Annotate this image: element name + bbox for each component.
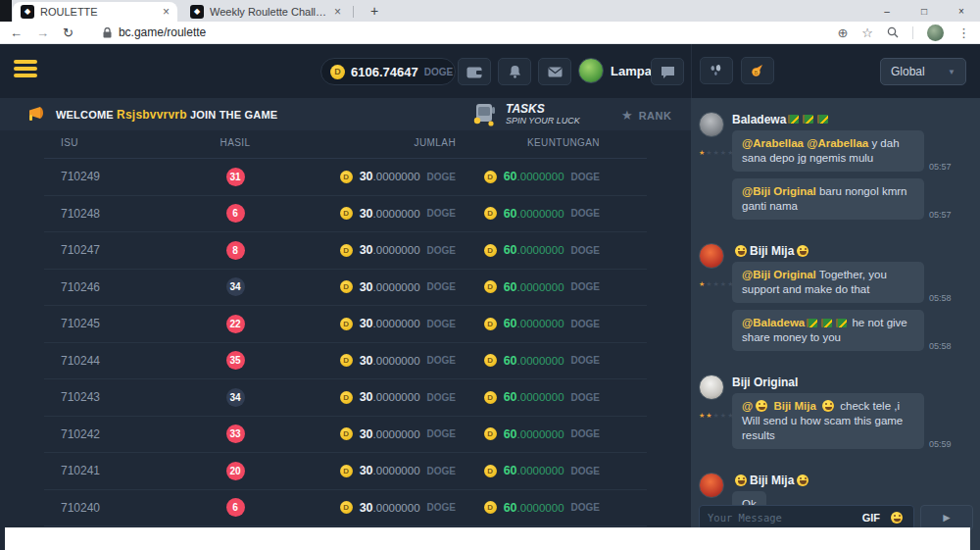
doge-coin-icon: D: [484, 318, 497, 330]
table-row[interactable]: 71024634D30.0000000DOGED60.0000000DOGE: [44, 270, 647, 307]
currency-label: DOGE: [427, 466, 456, 476]
chat-message-group: ★★★★★Biji Original@ Biji Mija check tele…: [699, 375, 974, 456]
tab-close-icon[interactable]: ×: [334, 5, 341, 19]
chat-user-avatar[interactable]: [699, 112, 724, 137]
chat-user-avatar[interactable]: [699, 243, 724, 269]
chat-message-row: @Biji Original Together, you support and…: [732, 262, 974, 303]
bet-issue-id: 710243: [44, 390, 191, 404]
tab-weekly-challenge[interactable]: ◆ Weekly Roulette Challenge - Win ×: [182, 2, 349, 22]
chat-username[interactable]: Biji Mija: [732, 243, 974, 258]
result-cell: 22: [191, 315, 279, 333]
hamburger-menu-icon[interactable]: [14, 60, 37, 80]
wallet-button[interactable]: [458, 58, 491, 85]
chat-user-avatar[interactable]: [699, 473, 724, 498]
chevron-down-icon: ▼: [948, 68, 956, 76]
table-row[interactable]: 71024334D30.0000000DOGED60.0000000DOGE: [44, 379, 647, 417]
table-row[interactable]: 71024931D30.0000000DOGED60.0000000DOGE: [44, 159, 647, 196]
minimize-button[interactable]: –: [868, 0, 906, 22]
bet-profit-decimals: .0000000: [517, 208, 564, 220]
currency-label: DOGE: [571, 428, 600, 439]
user-mention[interactable]: @Arabellaa: [807, 137, 868, 149]
flag-icon: [807, 319, 817, 327]
zoom-page-icon[interactable]: ⊕: [837, 25, 848, 40]
amount-cell: D30.0000000DOGE: [279, 317, 456, 330]
currency-label: DOGE: [427, 355, 456, 366]
amount-cell: D30.0000000DOGE: [279, 207, 456, 221]
table-row[interactable]: 7102486D30.0000000DOGED60.0000000DOGE: [44, 196, 647, 233]
user-mention[interactable]: @Arabellaa: [742, 137, 804, 149]
table-row[interactable]: 7102406D30.0000000DOGED60.0000000DOGE: [44, 490, 647, 527]
chat-username[interactable]: Biji Mija: [732, 473, 974, 487]
tasks-link[interactable]: TASKS SPIN YOUR LUCK: [472, 101, 580, 127]
browser-profile-avatar[interactable]: [927, 25, 944, 41]
rain-feature-button[interactable]: [700, 57, 733, 84]
col-header-isu: ISU: [44, 137, 191, 148]
bet-profit: 60.0000000: [504, 317, 564, 330]
search-icon[interactable]: [887, 26, 899, 38]
chat-message-input[interactable]: [708, 512, 855, 524]
chat-toggle-button[interactable]: [651, 58, 684, 85]
chat-username[interactable]: Baladewa: [732, 112, 974, 126]
url-bar[interactable]: bc.game/roulette: [119, 25, 838, 39]
gif-button[interactable]: GIF: [862, 512, 880, 524]
col-header-jumlah: JUMLAH: [279, 137, 456, 148]
table-row[interactable]: 71024120D30.0000000DOGED60.0000000DOGE: [44, 453, 647, 490]
mail-icon: [548, 67, 563, 77]
lock-icon[interactable]: [103, 27, 112, 38]
bet-profit-decimals: .0000000: [517, 391, 564, 403]
result-cell: 6: [191, 204, 279, 223]
chat-group-content: Biji Mija@Biji Original Together, you su…: [732, 243, 974, 358]
notifications-button[interactable]: [498, 58, 531, 85]
roulette-result-badge: 34: [226, 388, 245, 407]
new-tab-button[interactable]: +: [365, 2, 384, 22]
bookmark-star-icon[interactable]: ☆: [861, 25, 873, 40]
coco-burn-button[interactable]: B: [741, 57, 774, 84]
user-mention[interactable]: @Biji Original: [742, 185, 816, 197]
maximize-button[interactable]: □: [906, 0, 943, 22]
messages-button[interactable]: [538, 58, 571, 85]
col-header-hasil: HASIL: [191, 137, 279, 148]
currency-label: DOGE: [427, 392, 456, 403]
back-icon[interactable]: ←: [10, 25, 23, 40]
user-mention[interactable]: @: [742, 400, 753, 412]
chat-username[interactable]: Biji Original: [732, 375, 974, 389]
rank-link[interactable]: ★ RANK: [621, 108, 671, 123]
browser-menu-icon[interactable]: ⋮: [957, 25, 970, 40]
chat-channel-select[interactable]: Global ▼: [880, 58, 966, 85]
bet-amount-decimals: .0000000: [373, 244, 420, 256]
profit-cell: D60.0000000DOGE: [456, 317, 600, 330]
tasks-machine-icon: [472, 101, 498, 127]
bet-amount-decimals: .0000000: [373, 391, 420, 403]
forward-icon[interactable]: →: [36, 25, 49, 40]
table-row[interactable]: 71024435D30.0000000DOGED60.0000000DOGE: [44, 343, 647, 380]
bet-profit-decimals: .0000000: [517, 502, 564, 514]
rating-star-icon: ★: [720, 280, 726, 287]
reload-icon[interactable]: ↻: [63, 25, 74, 40]
currency-label: DOGE: [571, 392, 600, 403]
bet-profit: 60.0000000: [504, 390, 564, 404]
currency-label: DOGE: [427, 281, 456, 292]
doge-coin-icon: D: [340, 465, 353, 477]
doge-coin-icon: D: [484, 171, 497, 183]
flag-icon: [788, 115, 799, 124]
table-row[interactable]: 71024522D30.0000000DOGED60.0000000DOGE: [44, 306, 647, 343]
table-row[interactable]: 7102478D30.0000000DOGED60.0000000DOGE: [44, 232, 647, 270]
user-mention[interactable]: @Baladewa: [742, 317, 805, 328]
tab-separator: [353, 6, 354, 18]
rank-star-icon: ★: [621, 108, 633, 123]
user-mention[interactable]: @Biji Original: [742, 269, 816, 280]
roulette-result-badge: 20: [226, 462, 245, 480]
table-row[interactable]: 71024233D30.0000000DOGED60.0000000DOGE: [44, 417, 647, 454]
balance-selector[interactable]: D 6106.74647 DOGE ▼: [320, 58, 456, 85]
emoji-picker-icon[interactable]: [891, 512, 903, 524]
roulette-result-badge: 6: [226, 204, 245, 223]
bcgame-favicon-icon: ◆: [21, 5, 34, 19]
doge-coin-icon: D: [340, 501, 353, 514]
col-header-keuntungan: KEUNTUNGAN: [456, 137, 600, 148]
chat-user-avatar[interactable]: [699, 375, 724, 400]
welcome-message: WELCOME Rsjsbvvrvrb JOIN THE GAME: [56, 108, 277, 122]
user-mention[interactable]: Biji Mija: [770, 400, 819, 412]
tab-roulette[interactable]: ◆ ROULETTE ×: [13, 2, 177, 22]
close-button[interactable]: ×: [943, 0, 980, 22]
tab-close-icon[interactable]: ×: [163, 5, 170, 19]
